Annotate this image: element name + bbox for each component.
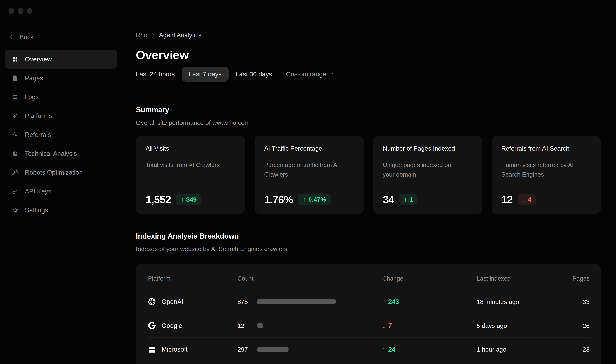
window-control-3[interactable]	[27, 8, 32, 14]
custom-range-label: Custom range	[286, 71, 326, 78]
sidebar-item-api-keys[interactable]: API Keys	[5, 182, 117, 201]
sidebar-item-label: Platforms	[25, 112, 52, 120]
openai-logo-icon	[148, 298, 156, 306]
breadcrumb-current: Agent Analytics	[159, 31, 202, 39]
stat-card-value: 1.76%	[264, 194, 293, 206]
tab-last-7-days[interactable]: Last 7 days	[182, 67, 229, 82]
stat-card-description: Total visits from AI Crawlers	[146, 160, 224, 170]
delta-badge: ↑ 0.47%	[298, 194, 331, 205]
custom-range-dropdown[interactable]: Custom range	[279, 67, 341, 82]
sidebar-item-label: Technical Analysis	[25, 150, 77, 157]
stat-card-value: 34	[383, 194, 394, 206]
delta-value: 349	[186, 196, 197, 203]
change-cell: ↑ 24	[382, 346, 476, 353]
stat-card-description: Unique pages indexed on your domain	[383, 160, 462, 179]
gear-icon	[12, 207, 19, 214]
tab-last-24-hours[interactable]: Last 24 hours	[129, 67, 182, 82]
breakdown-subheading: Indexes of your website by AI Search Eng…	[136, 245, 601, 252]
sidebar-nav: Overview Pages Logs	[5, 50, 117, 220]
arrow-down-icon: ↓	[522, 196, 526, 203]
count-value: 12	[237, 322, 257, 329]
arrow-up-icon: ↑	[382, 298, 385, 306]
sidebar-item-label: Pages	[25, 75, 43, 82]
arrow-down-icon: ↓	[382, 322, 385, 330]
platform-name: Google	[162, 322, 182, 329]
wrench-icon	[12, 169, 19, 176]
stat-card-pages-indexed: Number of Pages Indexed Unique pages ind…	[373, 136, 482, 214]
count-value: 297	[237, 346, 257, 353]
column-header-count: Count	[237, 275, 382, 282]
change-value: 7	[388, 322, 392, 329]
delta-badge: ↑ 1	[399, 194, 418, 205]
tab-last-30-days[interactable]: Last 30 days	[229, 67, 279, 82]
sidebar-item-platforms[interactable]: Platforms	[5, 106, 117, 125]
app-shell: Back Overview Pages Logs	[0, 22, 616, 364]
sidebar-item-label: Overview	[25, 56, 52, 63]
sparkles-icon	[12, 112, 19, 119]
sidebar: Back Overview Pages Logs	[0, 22, 121, 364]
sidebar-item-label: API Keys	[25, 188, 51, 195]
delta-value: 0.47%	[308, 196, 326, 203]
window-titlebar	[0, 0, 616, 22]
table-row-google: Google 12 ↓ 7 5 days ago 26	[148, 314, 590, 337]
section-divider	[136, 91, 601, 91]
document-icon	[12, 75, 19, 82]
chevron-right-icon	[151, 31, 155, 39]
sidebar-item-pages[interactable]: Pages	[5, 69, 117, 88]
google-logo-icon	[148, 322, 156, 330]
sidebar-item-label: Logs	[25, 93, 39, 101]
breakdown-heading: Indexing Analysis Breakdown	[136, 232, 601, 240]
count-bar	[257, 347, 289, 352]
sidebar-item-label: Referrals	[25, 131, 51, 138]
delta-value: 1	[410, 196, 413, 203]
count-bar	[257, 323, 263, 328]
sidebar-item-logs[interactable]: Logs	[5, 88, 117, 106]
column-header-pages: Pages	[543, 275, 590, 282]
change-value: 243	[388, 298, 399, 305]
breadcrumb-root[interactable]: Rho	[136, 31, 147, 39]
time-range-tabs: Last 24 hours Last 7 days Last 30 days C…	[129, 67, 601, 82]
stat-card-description: Human visits referred by AI Search Engin…	[501, 160, 580, 179]
count-bar	[257, 299, 336, 304]
summary-subheading: Overall site performance of www.rho.com	[136, 119, 601, 126]
back-button[interactable]: Back	[5, 31, 117, 43]
cursor-click-icon	[12, 131, 19, 138]
breadcrumb: Rho Agent Analytics	[136, 31, 601, 39]
stat-card-value: 1,552	[146, 194, 171, 206]
sidebar-item-label: Robots Optimization	[25, 169, 83, 176]
last-indexed-value: 18 minutes ago	[476, 298, 543, 305]
chevron-left-icon	[9, 34, 14, 40]
table-row-openai: OpenAI 875 ↑ 243 18 minutes ago 33	[148, 290, 590, 314]
last-indexed-value: 5 days ago	[476, 322, 543, 329]
last-indexed-value: 1 hour ago	[476, 346, 543, 353]
count-value: 875	[237, 298, 257, 305]
chevron-down-icon	[329, 71, 334, 78]
arrow-up-icon: ↑	[382, 346, 385, 353]
stat-card-ai-traffic-percentage: AI Traffic Percentage Percentage of traf…	[255, 136, 364, 214]
pages-value: 23	[543, 346, 590, 353]
column-header-platform: Platform	[148, 275, 237, 282]
window-control-2[interactable]	[18, 8, 23, 14]
main-content: Rho Agent Analytics Overview Last 24 hou…	[121, 22, 616, 364]
delta-badge: ↑ 349	[176, 194, 201, 205]
sidebar-item-settings[interactable]: Settings	[5, 201, 117, 220]
stat-card-referrals-ai-search: Referrals from AI Search Human visits re…	[492, 136, 601, 214]
column-header-change: Change	[382, 275, 476, 282]
pie-chart-icon	[12, 150, 19, 157]
change-cell: ↑ 243	[382, 298, 476, 306]
sidebar-item-referrals[interactable]: Referrals	[5, 125, 117, 144]
key-icon	[12, 188, 19, 195]
window-control-1[interactable]	[9, 8, 14, 14]
sidebar-item-overview[interactable]: Overview	[5, 50, 117, 69]
stat-card-description: Percentage of traffic from AI Crawlers	[264, 160, 343, 179]
sidebar-item-technical-analysis[interactable]: Technical Analysis	[5, 144, 117, 163]
pages-value: 26	[543, 322, 590, 329]
table-header-row: Platform Count Change Last indexed Pages	[148, 264, 590, 290]
arrow-up-icon: ↑	[181, 196, 184, 203]
pages-value: 33	[543, 298, 590, 305]
column-header-last-indexed: Last indexed	[476, 275, 543, 282]
table-row-microsoft: Microsoft 297 ↑ 24 1 hour ago 23	[148, 337, 590, 361]
summary-cards: All Visits Total visits from AI Crawlers…	[136, 136, 601, 214]
sidebar-item-robots-optimization[interactable]: Robots Optimization	[5, 163, 117, 182]
change-value: 24	[388, 346, 396, 353]
